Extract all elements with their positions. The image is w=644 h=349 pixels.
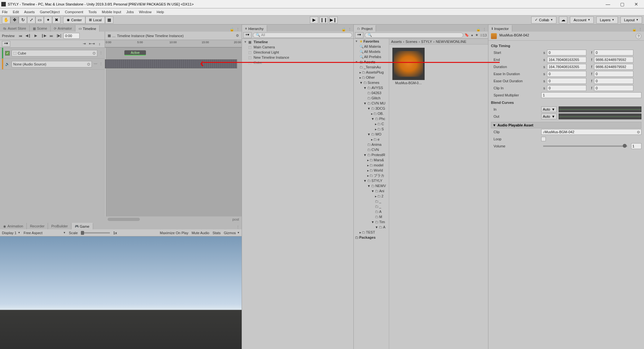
- account-button[interactable]: Account▼: [570, 16, 594, 24]
- panel-lock-icon[interactable]: 🔒: [632, 27, 637, 32]
- menu-window[interactable]: Window: [139, 10, 151, 14]
- play-button[interactable]: ▶: [310, 16, 318, 24]
- tree-item[interactable]: 🗀Anima: [354, 142, 389, 147]
- tree-item[interactable]: ▸🗀S: [354, 126, 389, 132]
- add-track-button[interactable]: +▾: [2, 41, 10, 47]
- menu-gameobject[interactable]: GameObject: [40, 10, 60, 14]
- tab-asset-store[interactable]: 🛍Asset Store: [0, 25, 30, 32]
- next-frame-button[interactable]: ❙▶: [40, 33, 47, 39]
- favorites-row[interactable]: ▼★Favorites: [354, 39, 389, 44]
- tree-item[interactable]: ▸🗀OB.: [354, 111, 389, 116]
- panel-menu-icon[interactable]: ⋮: [348, 27, 351, 32]
- edit-mode-ripple-icon[interactable]: ⇤⇥: [89, 41, 95, 47]
- play-range-button[interactable]: [▶]: [56, 33, 62, 39]
- save-filter-icon[interactable]: ★: [475, 33, 478, 37]
- prev-frame-button[interactable]: ◀❙: [25, 33, 31, 39]
- packages-row[interactable]: 🗀Packages: [354, 235, 389, 240]
- scale-slider[interactable]: [81, 232, 110, 234]
- ease-in-s-field[interactable]: 0: [547, 71, 586, 77]
- layers-button[interactable]: Layers▼: [596, 16, 618, 24]
- transform-tool-button[interactable]: ✦: [44, 16, 52, 24]
- tree-item[interactable]: ▼🗀Ani: [354, 188, 389, 194]
- track-menu-icon[interactable]: ⋮: [99, 51, 103, 55]
- tree-item[interactable]: ▼🗀Phc: [354, 116, 389, 121]
- tree-item[interactable]: 🗀CVN: [354, 147, 389, 152]
- gizmos-dropdown[interactable]: Gizmos▼: [224, 231, 240, 235]
- timeline-breadcrumb[interactable]: ▦ … Timeline Instance (New Timeline Inst…: [108, 34, 184, 38]
- hand-tool-button[interactable]: ✋: [2, 16, 10, 24]
- tree-item[interactable]: ▼🗀A: [354, 224, 389, 230]
- pivot-local-button[interactable]: ⊞ Local: [85, 16, 105, 24]
- track-binding-audio[interactable]: None (Audio Source)⊙: [12, 61, 92, 67]
- preview-label[interactable]: Preview: [2, 34, 14, 38]
- tab-animation[interactable]: ◉Animation: [0, 223, 27, 229]
- hierarchy-tree[interactable]: ▼▦Timeline ⬚Main Camera ⬚Directional Lig…: [242, 39, 353, 349]
- menu-component[interactable]: Component: [65, 10, 83, 14]
- playhead[interactable]: [105, 48, 105, 216]
- menu-assets[interactable]: Assets: [24, 10, 35, 14]
- panel-menu-icon[interactable]: ⋮: [483, 27, 486, 32]
- project-folder-tree[interactable]: ▼★Favorites 🔍 All Materia 🔍 All Models 🔍…: [354, 39, 389, 349]
- clip-field[interactable]: ♪ MusMus-BGM-042⊙: [541, 129, 641, 135]
- tree-item[interactable]: 🔍 All Materia: [354, 44, 389, 49]
- ease-out-f-field[interactable]: 0: [594, 78, 633, 84]
- time-field[interactable]: 0:00: [63, 33, 80, 39]
- edit-mode-replace-icon[interactable]: ↕: [96, 41, 103, 47]
- tab-probuilder[interactable]: ProBuilder: [48, 223, 71, 229]
- move-tool-button[interactable]: ✥: [10, 16, 19, 24]
- scene-row[interactable]: ▼▦Timeline: [242, 39, 353, 45]
- edit-mode-mix-icon[interactable]: ⇥: [81, 41, 87, 47]
- tree-item[interactable]: ⬚Directional Light: [242, 50, 353, 55]
- mute-toggle[interactable]: Mute Audio: [192, 231, 209, 235]
- tree-item[interactable]: ▼🗀AVYSS: [354, 85, 389, 90]
- tree-item[interactable]: ▸🗀e: [354, 137, 389, 142]
- volume-slider[interactable]: [543, 145, 627, 147]
- tab-animator[interactable]: ⟳Animator: [51, 25, 75, 32]
- menu-jobs[interactable]: Jobs: [126, 10, 134, 14]
- tree-item[interactable]: ▼🗀3DCG: [354, 106, 389, 111]
- tree-item[interactable]: ▸🗀C: [354, 121, 389, 126]
- tab-hierarchy[interactable]: ≡Hierarchy: [242, 25, 267, 32]
- tab-inspector[interactable]: ℹInspector: [488, 25, 512, 32]
- aspect-dropdown[interactable]: Free Aspect▼: [24, 231, 66, 235]
- tree-item[interactable]: ▼🗀Tim: [354, 219, 389, 224]
- stats-toggle[interactable]: Stats: [213, 231, 221, 235]
- menu-file[interactable]: File: [2, 10, 8, 14]
- snap-button[interactable]: ▦: [105, 16, 113, 24]
- tab-timeline[interactable]: ▭Timeline: [75, 25, 100, 32]
- audio-clip[interactable]: [105, 59, 237, 68]
- tree-item[interactable]: 🗀Glitch: [354, 95, 389, 101]
- maximize-button[interactable]: ▢: [620, 2, 625, 7]
- maximize-toggle[interactable]: Maximize On Play: [160, 231, 188, 235]
- asset-name-field[interactable]: MusMus-BGM-042: [499, 33, 633, 39]
- play-timeline-button[interactable]: ▶: [33, 33, 39, 39]
- close-button[interactable]: ✕: [634, 2, 639, 7]
- tree-item[interactable]: ▼🗀Scenes: [354, 80, 389, 85]
- start-s-field[interactable]: 0: [547, 50, 586, 55]
- tree-item[interactable]: ▼🗀ProtestR: [354, 152, 389, 157]
- clip-in-f-field[interactable]: 0: [594, 85, 633, 91]
- tree-item[interactable]: ⬚Main Camera: [242, 45, 353, 50]
- menu-tools[interactable]: Tools: [88, 10, 97, 14]
- track-menu-icon[interactable]: ⋮: [99, 62, 103, 66]
- timeline-settings-icon[interactable]: ⚙: [236, 34, 239, 38]
- end-f-field[interactable]: 9886.82448979592: [594, 57, 633, 63]
- display-dropdown[interactable]: Display 1▼: [2, 231, 20, 235]
- hierarchy-search[interactable]: 🔍 All: [253, 33, 352, 38]
- panel-lock-icon[interactable]: 🔒: [230, 27, 234, 32]
- panel-menu-icon[interactable]: ⋮: [236, 225, 240, 229]
- tree-item[interactable]: ▼🗀CVN MU: [354, 101, 389, 106]
- tree-item[interactable]: ▸🗀Other: [354, 75, 389, 80]
- tree-item[interactable]: ▸🗀AssetsPlug: [354, 70, 389, 75]
- tree-item[interactable]: ▸🗀TEST: [354, 230, 389, 235]
- panel-lock-icon[interactable]: 🔒: [476, 27, 481, 32]
- in-curve[interactable]: [559, 106, 641, 112]
- track-curve-icon[interactable]: 〰: [94, 62, 97, 66]
- start-f-field[interactable]: 0: [594, 50, 633, 55]
- track-checkbox[interactable]: ✓: [5, 51, 10, 55]
- tree-item[interactable]: ▸🗀プラカ: [354, 173, 389, 178]
- tree-item[interactable]: ▼🗀WO: [354, 132, 389, 137]
- tree-item[interactable]: ▼🗀NEWV: [354, 183, 389, 188]
- project-breadcrumb[interactable]: Assets › Scenes › STYLY › NEWVIEWONLINE: [389, 39, 488, 45]
- loop-checkbox[interactable]: [541, 137, 546, 141]
